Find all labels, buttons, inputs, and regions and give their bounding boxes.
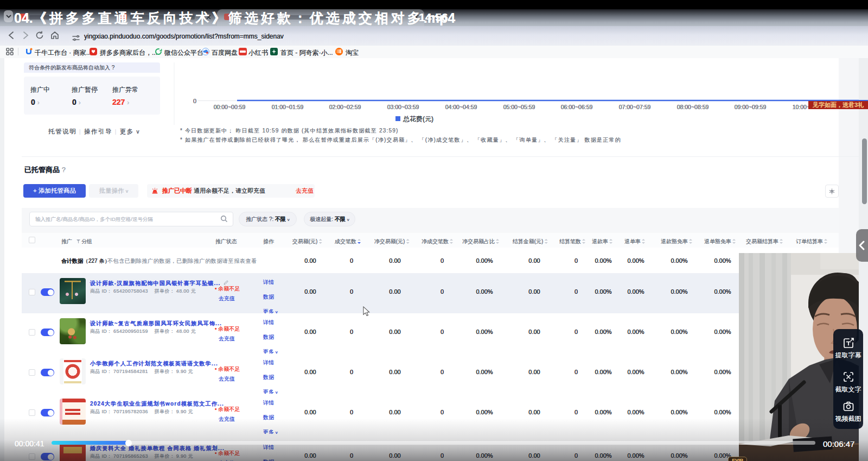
svg-text:总花费(元): 总花费(元) bbox=[403, 115, 433, 123]
svg-text:08:00~08:59: 08:00~08:59 bbox=[677, 104, 709, 110]
svg-text:00:00~00:59: 00:00~00:59 bbox=[214, 104, 246, 110]
svg-text:07:00~07:59: 07:00~07:59 bbox=[619, 104, 651, 110]
svg-text:01:00~01:59: 01:00~01:59 bbox=[272, 104, 304, 110]
svg-text:0: 0 bbox=[193, 98, 196, 104]
svg-text:04:00~04:59: 04:00~04:59 bbox=[445, 104, 477, 110]
svg-text:05:00~05:59: 05:00~05:59 bbox=[503, 104, 535, 110]
svg-text:06:00~06:59: 06:00~06:59 bbox=[561, 104, 593, 110]
svg-text:02:00~02:59: 02:00~02:59 bbox=[329, 104, 361, 110]
svg-text:03:00~03:59: 03:00~03:59 bbox=[387, 104, 419, 110]
svg-text:09:00~09:59: 09:00~09:59 bbox=[735, 104, 767, 110]
